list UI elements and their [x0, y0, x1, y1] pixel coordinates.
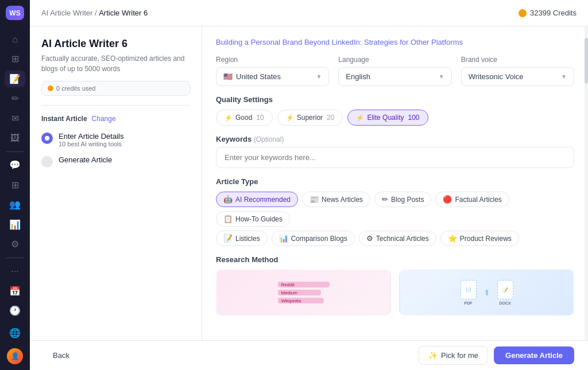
- history-icon[interactable]: 🕐: [5, 303, 25, 319]
- quality-good-value: 10: [256, 114, 264, 122]
- breadcrumb-parent[interactable]: AI Article Writer: [41, 9, 92, 17]
- image-icon[interactable]: 🖼: [5, 130, 25, 146]
- quality-elite-value: 100: [408, 114, 419, 122]
- pick-for-me-button[interactable]: ✨ Pick for me: [419, 346, 488, 365]
- quality-superior-btn[interactable]: ⚡ Superior 20: [277, 110, 343, 126]
- content-area: AI Article Writer 6 Factually accurate, …: [30, 26, 588, 340]
- article-title[interactable]: Building a Personal Brand Beyond LinkedI…: [216, 38, 574, 46]
- settings-row: Region 🇺🇸United States ▼ Language Englis…: [216, 56, 574, 86]
- generate-article-button[interactable]: Generate Article: [494, 346, 574, 364]
- language-select[interactable]: English ▼: [338, 67, 451, 86]
- language-group: Language English ▼: [338, 56, 451, 86]
- keywords-input[interactable]: [216, 147, 574, 168]
- app-description: Factually accurate, SEO-optimized articl…: [41, 53, 190, 74]
- quality-elite-label: Elite Quality: [367, 114, 404, 122]
- type-factual-articles[interactable]: 🔴 Factual Articles: [435, 192, 509, 207]
- breadcrumb-current: Article Writer 6: [99, 9, 148, 17]
- research-label: Research Method: [216, 255, 574, 264]
- upload-arrow: ⬆: [483, 288, 490, 297]
- docx-label: DOCX: [499, 301, 510, 305]
- grid2-icon[interactable]: ⊞: [5, 177, 25, 193]
- factual-icon: 🔴: [443, 195, 452, 204]
- home-icon[interactable]: ⌂: [5, 31, 25, 47]
- docx-icon: 📝: [497, 280, 513, 299]
- medium-bar: Medium: [278, 290, 321, 295]
- brand-voice-chevron: ▼: [561, 73, 567, 80]
- calendar-icon[interactable]: 📅: [5, 283, 25, 299]
- step2-label: Generate Article: [59, 155, 112, 164]
- credits-label: 32399 Credits: [530, 9, 577, 17]
- edit-icon[interactable]: ✏: [5, 91, 25, 107]
- upload-research-card[interactable]: 📄 PDF ⬆ 📝 DOCX: [399, 270, 574, 316]
- brand-voice-label: Brand voice: [461, 56, 574, 64]
- settings-icon[interactable]: ⚙: [5, 236, 25, 252]
- technical-icon: ⚙: [366, 234, 373, 243]
- scrollbar-thumb[interactable]: [585, 38, 588, 84]
- instant-article-label: Instant Article: [41, 115, 87, 123]
- quality-good-label: Good: [235, 114, 252, 122]
- type-news-articles[interactable]: 📰 News Articles: [302, 192, 370, 207]
- brand-voice-group: Brand voice Writesonic Voice ▼: [461, 56, 574, 86]
- wikipedia-bar: Wikipedia: [278, 298, 324, 303]
- quality-good-btn[interactable]: ⚡ Good 10: [216, 110, 273, 126]
- topbar: AI Article Writer / Article Writer 6 323…: [30, 0, 588, 26]
- quality-superior-icon: ⚡: [286, 114, 294, 122]
- main-container: AI Article Writer / Article Writer 6 323…: [30, 0, 588, 370]
- keywords-optional: (Optional): [254, 135, 284, 143]
- step-2: Generate Article: [41, 155, 190, 168]
- quality-superior-label: Superior: [297, 114, 323, 122]
- listicles-icon: 📝: [223, 234, 233, 243]
- article-type-label: Article Type: [216, 177, 574, 186]
- brand-voice-select[interactable]: Writesonic Voice ▼: [461, 67, 574, 86]
- quality-superior-value: 20: [327, 114, 334, 122]
- docx-upload-box: 📝 DOCX: [497, 280, 513, 305]
- language-label: Language: [338, 56, 451, 64]
- region-chevron: ▼: [316, 73, 322, 80]
- step1-label: Enter Article Details: [59, 132, 123, 141]
- article-type-row2: 📝 Listicles 📊 Comparison Blogs ⚙ Technic…: [216, 231, 574, 246]
- panel-divider: [41, 105, 190, 106]
- article-type-row1: 🤖 AI Recommended 📰 News Articles ✏ Blog …: [216, 192, 574, 227]
- instant-article-header: Instant Article Change: [41, 115, 190, 123]
- type-product-reviews[interactable]: ⭐ Product Reviews: [440, 231, 519, 246]
- credits-icon: [519, 9, 527, 17]
- chart-icon[interactable]: 📊: [5, 216, 25, 232]
- ai-recommended-icon: 🤖: [223, 195, 233, 204]
- sidebar: WS ⌂ ⊞ 📝 ✏ ✉ 🖼 💬 ⊞ 👥 📊 ⚙ ··· 📅 🕐 🌐 👤: [0, 0, 30, 370]
- type-listicles[interactable]: 📝 Listicles: [216, 231, 268, 246]
- credits-used-icon: [48, 85, 53, 91]
- left-panel: AI Article Writer 6 Factually accurate, …: [30, 26, 202, 340]
- keywords-section: Keywords (Optional): [216, 135, 574, 168]
- keywords-label: Keywords (Optional): [216, 135, 574, 143]
- footer-right: ✨ Pick for me Generate Article: [419, 346, 574, 365]
- mail-icon[interactable]: ✉: [5, 110, 25, 126]
- region-select[interactable]: 🇺🇸United States ▼: [216, 67, 329, 86]
- change-link[interactable]: Change: [92, 115, 116, 123]
- quality-label: Quality Settings: [216, 95, 574, 104]
- type-blog-posts[interactable]: ✏ Blog Posts: [374, 192, 431, 207]
- more-icon[interactable]: ···: [5, 263, 25, 279]
- breadcrumb: AI Article Writer / Article Writer 6: [41, 9, 148, 17]
- type-ai-recommended[interactable]: 🤖 AI Recommended: [216, 192, 298, 207]
- step-1: Enter Article Details 10 best AI writing…: [41, 132, 190, 147]
- language-chevron: ▼: [439, 73, 444, 80]
- upload-visual: 📄 PDF ⬆ 📝 DOCX: [455, 274, 519, 311]
- region-group: Region 🇺🇸United States ▼: [216, 56, 329, 86]
- back-button[interactable]: Back: [44, 346, 79, 364]
- reddit-bar: Reddit: [278, 282, 330, 287]
- type-technical-articles[interactable]: ⚙ Technical Articles: [359, 231, 436, 246]
- upload-icons: 📄 PDF ⬆ 📝 DOCX: [461, 280, 513, 305]
- type-comparison-blogs[interactable]: 📊 Comparison Blogs: [272, 231, 355, 246]
- chrome-icon[interactable]: 🌐: [5, 322, 25, 343]
- document-icon[interactable]: 📝: [5, 71, 25, 87]
- grid-icon[interactable]: ⊞: [5, 51, 25, 67]
- web-research-card[interactable]: Reddit Medium Wikipedia: [216, 270, 391, 316]
- blog-icon: ✏: [382, 195, 388, 204]
- users-icon[interactable]: 👥: [5, 197, 25, 213]
- avatar[interactable]: 👤: [7, 348, 23, 364]
- type-howto-guides[interactable]: 📋 How-To Guides: [216, 211, 290, 227]
- quality-elite-btn[interactable]: ⚡ Elite Quality 100: [347, 110, 428, 126]
- app-logo[interactable]: WS: [6, 6, 24, 20]
- step2-inactive-icon: [41, 156, 53, 168]
- chat-icon[interactable]: 💬: [5, 157, 25, 173]
